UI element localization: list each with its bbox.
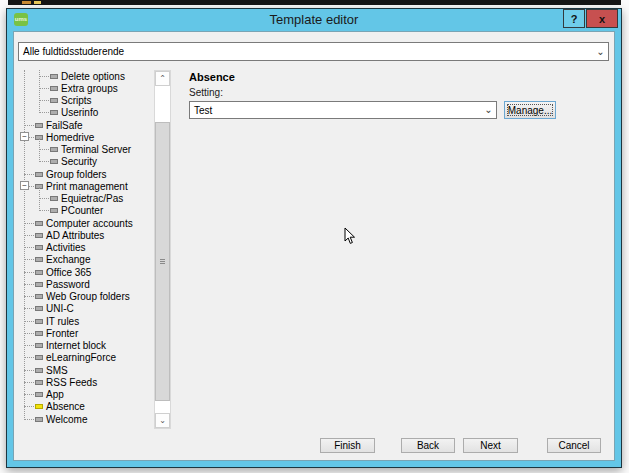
page-icon [35,355,43,360]
tree-connector [24,308,34,309]
page-icon [35,233,43,238]
tree-item[interactable]: App [18,389,154,401]
tree-connector [39,210,49,211]
tree-item-label: Delete options [61,71,125,82]
tree-item[interactable]: Group folders [18,168,154,180]
page-icon [35,294,43,299]
tree-connector [24,284,34,285]
tree-item[interactable]: RSS Feeds [18,376,154,388]
tree-item[interactable]: IT rules [18,315,154,327]
tree-item[interactable]: Absence [18,401,154,413]
tree-item-label: App [46,389,64,400]
cancel-button[interactable]: Cancel [547,438,601,453]
tree-item-label: Internet block [46,340,106,351]
page-icon [35,380,43,385]
tree-connector [39,149,49,150]
cursor-arrow-icon [344,227,356,245]
tree-item-label: Userinfo [61,107,98,118]
chevron-down-icon: ⌄ [159,416,166,425]
panel-heading: Absence [189,71,235,83]
tree-item-label: Web Group folders [46,291,130,302]
expander-minus-icon[interactable]: − [20,132,29,141]
tree-item-label: Equietrac/Pas [61,193,123,204]
tree-connector [24,272,34,273]
tree-item[interactable]: eLearningForce [18,352,154,364]
tree-item[interactable]: Internet block [18,340,154,352]
scrollbar-grip-icon [160,259,165,265]
scrollbar-track[interactable] [155,86,170,413]
tree-connector [24,125,34,126]
tree-item-label: eLearningForce [46,352,116,363]
tree-item[interactable]: UNI-C [18,303,154,315]
page-icon [35,123,43,128]
tree-scrollbar: ⌃ ⌄ [154,70,171,429]
dialog-body: Alle fuldtidsstuderende ⌄ Delete options… [13,31,615,461]
tree-item[interactable]: Web Group folders [18,291,154,303]
tree-connector [24,419,34,420]
expander-minus-icon[interactable]: − [20,181,29,190]
tree-connector [39,187,40,211]
tree-item[interactable]: Welcome [18,413,154,425]
manage-button[interactable]: Manage... [504,101,556,119]
tree-item-label: Group folders [46,169,107,180]
title-bar: ums Template editor ? x [7,9,621,31]
tree-connector [24,333,34,334]
tree-connector [24,370,34,371]
tree-connector [24,174,34,175]
template-combobox[interactable]: Alle fuldtidsstuderende ⌄ [18,42,609,61]
close-button[interactable]: x [586,9,618,28]
background-window-strip [8,0,621,5]
finish-button[interactable]: Finish [320,438,375,453]
tree-connector [24,345,34,346]
setting-label: Setting: [189,87,223,98]
tree-connector [39,88,49,89]
tree-item[interactable]: Password [18,278,154,290]
tree-item[interactable]: Exchange [18,254,154,266]
chevron-down-icon: ⌄ [481,105,496,115]
close-icon: x [599,13,605,25]
tree-item-label: Terminal Server [61,144,131,155]
tree-item-label: Welcome [46,414,88,425]
tree-item[interactable]: FailSafe [18,119,154,131]
tree-connector [24,394,34,395]
tree-connector [39,138,40,162]
tree-connector [24,259,34,260]
page-icon [35,306,43,311]
page-icon [50,98,58,103]
tree-connector [39,112,49,113]
page-icon [35,331,43,336]
tree-item[interactable]: AD Attributes [18,229,154,241]
tree-item[interactable]: Activities [18,242,154,254]
scroll-up-button[interactable]: ⌃ [155,71,170,86]
help-button[interactable]: ? [563,9,585,28]
setting-combobox[interactable]: Test ⌄ [189,101,497,119]
tree-connector [24,321,34,322]
tree-item-label: Homedrive [46,132,94,143]
tree-item[interactable]: Office 365 [18,266,154,278]
page-icon [50,196,58,201]
tree-item[interactable]: Fronter [18,327,154,339]
background-window-accent [22,1,31,4]
tree-item-label: Activities [46,242,85,253]
window-controls: ? x [563,9,618,28]
tree-item-label: Scripts [61,95,92,106]
next-button[interactable]: Next [463,438,518,453]
page-icon [35,392,43,397]
tree-item-label: SMS [46,365,68,376]
page-icon [35,245,43,250]
tree-item-label: AD Attributes [46,230,104,241]
tree-item[interactable]: Computer accounts [18,217,154,229]
tree-connector [24,296,34,297]
page-icon [35,270,43,275]
page-icon [35,319,43,324]
scrollbar-thumb[interactable] [155,122,170,401]
back-button[interactable]: Back [401,438,455,453]
page-icon [50,86,58,91]
tree-item-label: Fronter [46,328,78,339]
tree-item[interactable]: SMS [18,364,154,376]
tree-connector [24,235,34,236]
page-icon [35,282,43,287]
tree-item-label: Extra groups [61,83,118,94]
scroll-down-button[interactable]: ⌄ [155,413,170,428]
page-icon [50,159,58,164]
